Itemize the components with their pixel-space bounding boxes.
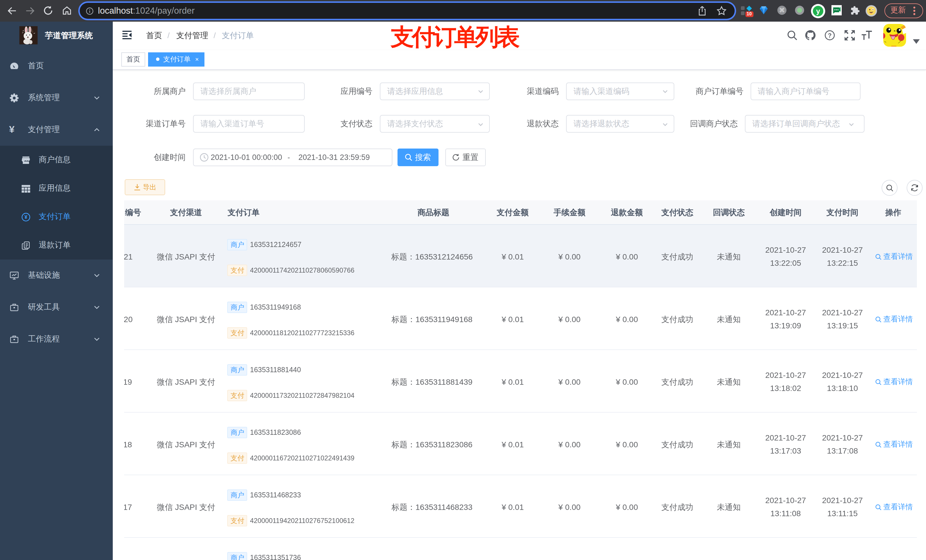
svg-text:⌘: ⌘ [779, 7, 785, 14]
svg-text:y: y [816, 7, 820, 15]
svg-text:?: ? [828, 32, 831, 39]
svg-text:¥: ¥ [24, 214, 27, 220]
